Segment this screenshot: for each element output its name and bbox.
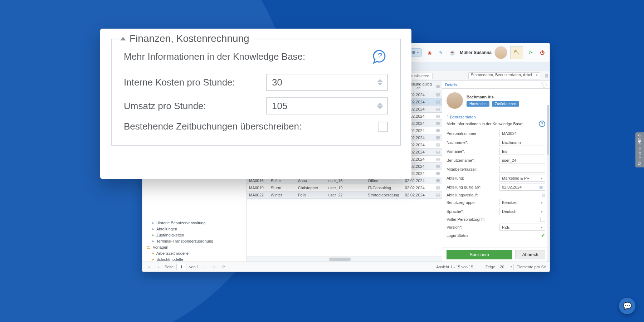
edit-icon[interactable]: ✎ (437, 49, 445, 57)
internal-cost-label: Interne Kosten pro Stunde: (124, 77, 235, 88)
spin-down-icon[interactable] (377, 106, 383, 109)
help-icon[interactable]: ? (539, 121, 545, 127)
nachname-input[interactable]: Bachmann (499, 139, 545, 146)
tree-node[interactable]: 🗀Vorlagen (145, 244, 244, 250)
columns-icon[interactable]: ▤ (543, 73, 550, 79)
page-input[interactable] (176, 264, 186, 270)
personalzugriff-checkbox[interactable] (540, 217, 545, 222)
revenue-input[interactable] (271, 100, 343, 112)
help-side-tab[interactable]: Sie brauchen Hilfe? (635, 132, 644, 167)
vorname-input[interactable]: Iris (499, 148, 545, 155)
person-block: Bachmann Iris Hochladen Zurücksetzen (442, 89, 550, 112)
stop-record-icon[interactable]: ◉ (425, 49, 433, 57)
calendar-icon[interactable]: ▦ (436, 84, 440, 88)
company-logo[interactable]: ⛏ (510, 46, 523, 59)
kuerzel-input[interactable] (499, 166, 545, 173)
user-block: Müller Susanna ⛏ (460, 46, 523, 59)
last-page-icon[interactable]: » (211, 264, 218, 270)
svg-text:?: ? (378, 51, 382, 60)
overwrite-checkbox[interactable] (378, 122, 388, 132)
row-menu-icon[interactable]: ▤ (436, 128, 440, 132)
details-title: Details (445, 83, 457, 87)
finance-legend[interactable]: Finanzen, Kostenrechnung (119, 33, 254, 44)
tree-label: Zuständigkeiten (156, 233, 184, 237)
details-scrollbar[interactable] (547, 105, 550, 262)
tree-node[interactable]: ▸Arbeitszeitmodelle (145, 250, 244, 256)
per-page-select[interactable]: 20▾ (498, 264, 514, 270)
coffee-icon[interactable]: ☕ (448, 49, 456, 57)
tree-node[interactable]: ▸Abteilungen (145, 226, 244, 232)
overwrite-label: Bestehende Zeitbuchungen überschreiben: (124, 121, 302, 132)
row-menu-icon[interactable]: ▤ (436, 157, 440, 161)
spin-down-icon[interactable] (377, 83, 383, 86)
row-menu-icon[interactable]: ▤ (436, 121, 440, 125)
next-page-icon[interactable]: › (202, 264, 208, 270)
save-button[interactable]: Speichern (447, 250, 512, 259)
save-bar: Speichern Abbrech (442, 248, 550, 262)
internal-cost-input[interactable] (271, 77, 343, 88)
leaf-icon: ▸ (152, 221, 154, 225)
chevron-down-icon: ▾ (417, 51, 419, 54)
chat-button[interactable]: 💬 (619, 298, 635, 314)
prev-page-icon[interactable]: ‹ (155, 264, 162, 270)
grid-pager: « ‹ Seite von 1 › » ⟳ Ansicht 1 - 15 von… (142, 262, 550, 272)
grid-hscroll[interactable] (247, 257, 442, 262)
tree-label: Terminal-Transponderzuordnung (156, 239, 213, 243)
reset-button[interactable]: Zurücksetzen (492, 101, 519, 107)
tree-node[interactable]: ▸Terminal-Transponderzuordnung (145, 238, 244, 244)
username: Müller Susanna (460, 50, 492, 55)
upload-button[interactable]: Hochladen (467, 101, 489, 107)
leaf-icon: ▸ (152, 233, 154, 237)
power-icon[interactable]: ⏻ (538, 49, 546, 57)
leaf-icon: ▸ (152, 239, 154, 243)
help-icon[interactable]: ? (372, 49, 388, 64)
history-icon[interactable]: ▤ (542, 192, 545, 197)
row-menu-icon[interactable]: ▤ (436, 164, 440, 168)
row-menu-icon[interactable]: ▤ (436, 107, 440, 111)
row-menu-icon[interactable]: ▤ (436, 150, 440, 154)
benutzergruppe-select[interactable]: Benutzer (499, 199, 545, 206)
table-row[interactable]: MA0019SturmChristopheruser_19IT-Consulti… (247, 184, 442, 191)
tree-node[interactable]: ▸Schichtmodelle (145, 256, 244, 262)
first-page-icon[interactable]: « (146, 264, 152, 270)
row-menu-icon[interactable]: ▤ (436, 178, 440, 182)
folder-icon: 🗀 (147, 245, 151, 249)
row-menu-icon[interactable]: ▤ (436, 99, 440, 104)
internal-cost-stepper[interactable] (266, 74, 388, 91)
spin-up-icon[interactable] (377, 103, 383, 106)
revenue-stepper[interactable] (266, 97, 388, 114)
userdata-section: ˄Benutzerdaten Mehr Informationen in der… (442, 112, 550, 242)
section-title[interactable]: ˄Benutzerdaten (447, 114, 545, 119)
row-menu-icon[interactable]: ▤ (436, 92, 440, 97)
leaf-icon: ▸ (152, 251, 154, 255)
abteilung-select[interactable]: Marketing & PR (499, 175, 545, 182)
kb-hint: Mehr Informationen in der Knowledge Base… (447, 122, 523, 126)
sprache-select[interactable]: Deutsch (499, 208, 545, 215)
refresh-icon[interactable]: ⟳ (527, 49, 535, 57)
row-menu-icon[interactable]: ▤ (436, 185, 440, 190)
tree-node[interactable]: ▸Historie Benutzerverwaltung (145, 220, 244, 226)
spin-up-icon[interactable] (377, 79, 383, 82)
row-menu-icon[interactable]: ▤ (436, 171, 440, 175)
view-select[interactable]: Stammdaten, Benutzerdaten, Arbei (468, 72, 540, 79)
finance-panel: Finanzen, Kostenrechnung Mehr Informatio… (100, 29, 411, 179)
expand-icon[interactable]: › (541, 82, 547, 88)
tree-node[interactable]: ▸Zuständigkeiten (145, 232, 244, 238)
abteilung-ab-date[interactable]: 02.02.2024 (499, 184, 545, 191)
row-menu-icon[interactable]: ▤ (436, 135, 440, 140)
tree-label: Arbeitszeitmodelle (156, 251, 189, 255)
details-panel: Details › Bachmann Iris Hochladen Zurück… (442, 81, 550, 262)
user-avatar[interactable] (494, 46, 507, 59)
table-row[interactable]: MA0022WinterFelixuser_22Strategieberatun… (247, 191, 442, 199)
reload-icon[interactable]: ⟳ (220, 264, 227, 270)
personalnummer-input[interactable]: MA0024 (499, 130, 545, 137)
details-header: Details › (442, 81, 550, 89)
tree-label: Schichtmodelle (156, 257, 183, 262)
version-select[interactable]: PZE (499, 224, 545, 231)
row-menu-icon[interactable]: ▤ (436, 192, 440, 197)
status-ok-icon: ✔ (541, 233, 545, 238)
benutzername-input[interactable]: user_24 (499, 157, 545, 164)
row-menu-icon[interactable]: ▤ (436, 142, 440, 147)
cancel-button[interactable]: Abbrech (515, 250, 545, 259)
row-menu-icon[interactable]: ▤ (436, 114, 440, 118)
